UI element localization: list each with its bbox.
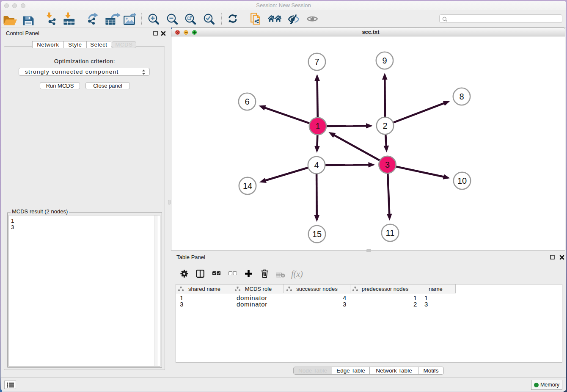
svg-text:1: 1 xyxy=(315,121,320,131)
svg-text:7: 7 xyxy=(314,57,319,66)
svg-text:3: 3 xyxy=(385,160,390,169)
svg-text:15: 15 xyxy=(312,229,322,239)
svg-text:10: 10 xyxy=(457,176,467,185)
svg-text:4: 4 xyxy=(314,160,319,170)
svg-text:2: 2 xyxy=(383,121,387,130)
svg-text:11: 11 xyxy=(386,228,395,237)
svg-text:9: 9 xyxy=(382,56,387,65)
svg-text:6: 6 xyxy=(245,97,249,106)
svg-text:14: 14 xyxy=(243,181,252,190)
svg-text:8: 8 xyxy=(459,92,464,101)
